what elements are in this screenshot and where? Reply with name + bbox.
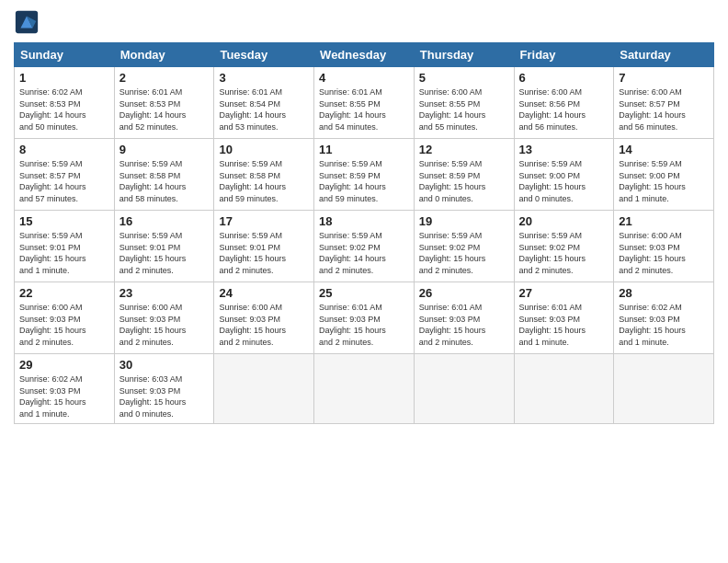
day-info: Sunrise: 6:00 AMSunset: 9:03 PMDaylight:… [19,302,109,348]
calendar-cell: 18Sunrise: 5:59 AMSunset: 9:02 PMDayligh… [314,211,415,282]
header [14,9,714,35]
calendar-table: SundayMondayTuesdayWednesdayThursdayFrid… [14,42,714,424]
calendar-cell: 6Sunrise: 6:00 AMSunset: 8:56 PMDaylight… [514,67,614,139]
day-number: 17 [219,214,309,228]
calendar-cell: 7Sunrise: 6:00 AMSunset: 8:57 PMDaylight… [614,67,714,139]
day-info: Sunrise: 6:00 AMSunset: 8:55 PMDaylight:… [419,86,509,132]
calendar-cell: 25Sunrise: 6:01 AMSunset: 9:03 PMDayligh… [314,282,415,354]
day-number: 28 [619,286,709,300]
weekday-header-tuesday: Tuesday [214,43,314,67]
calendar-cell: 13Sunrise: 5:59 AMSunset: 9:00 PMDayligh… [514,139,614,211]
calendar-cell: 10Sunrise: 5:59 AMSunset: 8:58 PMDayligh… [214,139,314,211]
calendar-cell: 14Sunrise: 5:59 AMSunset: 9:00 PMDayligh… [614,139,714,211]
day-number: 24 [219,286,309,300]
calendar-cell: 2Sunrise: 6:01 AMSunset: 8:53 PMDaylight… [114,67,214,139]
calendar-cell: 4Sunrise: 6:01 AMSunset: 8:55 PMDaylight… [314,67,415,139]
day-info: Sunrise: 5:59 AMSunset: 9:01 PMDaylight:… [119,230,210,276]
calendar-cell: 11Sunrise: 5:59 AMSunset: 8:59 PMDayligh… [314,139,415,211]
day-number: 16 [119,214,210,228]
day-info: Sunrise: 6:02 AMSunset: 9:03 PMDaylight:… [619,302,709,348]
logo-icon [14,9,40,35]
day-info: Sunrise: 5:59 AMSunset: 8:58 PMDaylight:… [219,158,309,204]
day-number: 9 [119,143,210,156]
calendar-cell: 27Sunrise: 6:01 AMSunset: 9:03 PMDayligh… [514,282,614,354]
calendar-cell [514,354,614,424]
day-number: 12 [419,143,509,156]
calendar-cell: 26Sunrise: 6:01 AMSunset: 9:03 PMDayligh… [414,282,514,354]
day-info: Sunrise: 6:02 AMSunset: 9:03 PMDaylight:… [19,373,109,419]
day-number: 20 [519,214,609,228]
day-info: Sunrise: 6:01 AMSunset: 8:54 PMDaylight:… [219,86,309,132]
calendar-cell [214,354,314,424]
day-info: Sunrise: 5:59 AMSunset: 8:58 PMDaylight:… [119,158,210,204]
day-number: 3 [219,71,309,85]
calendar-cell: 16Sunrise: 5:59 AMSunset: 9:01 PMDayligh… [114,211,214,282]
day-info: Sunrise: 6:00 AMSunset: 9:03 PMDaylight:… [119,302,210,348]
day-info: Sunrise: 5:59 AMSunset: 8:57 PMDaylight:… [19,158,109,204]
day-info: Sunrise: 6:01 AMSunset: 8:55 PMDaylight:… [319,86,409,132]
day-number: 13 [519,143,609,156]
weekday-header-wednesday: Wednesday [314,43,415,67]
day-number: 10 [219,143,309,156]
page: SundayMondayTuesdayWednesdayThursdayFrid… [0,0,728,563]
weekday-header-sunday: Sunday [15,43,115,67]
calendar-cell: 9Sunrise: 5:59 AMSunset: 8:58 PMDaylight… [114,139,214,211]
calendar-cell: 8Sunrise: 5:59 AMSunset: 8:57 PMDaylight… [15,139,115,211]
calendar-cell: 20Sunrise: 5:59 AMSunset: 9:02 PMDayligh… [514,211,614,282]
calendar-week-5: 29Sunrise: 6:02 AMSunset: 9:03 PMDayligh… [15,354,714,424]
day-info: Sunrise: 6:02 AMSunset: 8:53 PMDaylight:… [19,86,109,132]
weekday-header-monday: Monday [114,43,214,67]
day-number: 30 [119,358,210,372]
day-info: Sunrise: 5:59 AMSunset: 9:01 PMDaylight:… [19,230,109,276]
day-number: 21 [619,214,709,228]
logo [14,9,41,35]
weekday-header-thursday: Thursday [414,43,514,67]
day-info: Sunrise: 5:59 AMSunset: 9:02 PMDaylight:… [419,230,509,276]
calendar-cell: 21Sunrise: 6:00 AMSunset: 9:03 PMDayligh… [614,211,714,282]
calendar-week-1: 1Sunrise: 6:02 AMSunset: 8:53 PMDaylight… [15,67,714,139]
calendar-cell: 29Sunrise: 6:02 AMSunset: 9:03 PMDayligh… [15,354,115,424]
calendar-cell: 1Sunrise: 6:02 AMSunset: 8:53 PMDaylight… [15,67,115,139]
calendar-cell: 5Sunrise: 6:00 AMSunset: 8:55 PMDaylight… [414,67,514,139]
day-number: 6 [519,71,609,85]
day-info: Sunrise: 6:01 AMSunset: 8:53 PMDaylight:… [119,86,210,132]
weekday-header-friday: Friday [514,43,614,67]
day-info: Sunrise: 5:59 AMSunset: 9:02 PMDaylight:… [519,230,609,276]
calendar-cell: 17Sunrise: 5:59 AMSunset: 9:01 PMDayligh… [214,211,314,282]
calendar-week-4: 22Sunrise: 6:00 AMSunset: 9:03 PMDayligh… [15,282,714,354]
day-info: Sunrise: 5:59 AMSunset: 8:59 PMDaylight:… [419,158,509,204]
day-number: 18 [319,214,409,228]
day-number: 4 [319,71,409,85]
day-number: 1 [19,71,109,85]
calendar-cell [614,354,714,424]
day-info: Sunrise: 5:59 AMSunset: 9:01 PMDaylight:… [219,230,309,276]
day-number: 8 [19,143,109,156]
day-info: Sunrise: 6:00 AMSunset: 8:57 PMDaylight:… [619,86,709,132]
day-number: 26 [419,286,509,300]
calendar-week-2: 8Sunrise: 5:59 AMSunset: 8:57 PMDaylight… [15,139,714,211]
day-info: Sunrise: 6:00 AMSunset: 9:03 PMDaylight:… [619,230,709,276]
day-number: 14 [619,143,709,156]
day-info: Sunrise: 5:59 AMSunset: 9:00 PMDaylight:… [619,158,709,204]
calendar-cell [314,354,415,424]
day-number: 23 [119,286,210,300]
calendar-cell: 19Sunrise: 5:59 AMSunset: 9:02 PMDayligh… [414,211,514,282]
day-number: 11 [319,143,409,156]
calendar-week-3: 15Sunrise: 5:59 AMSunset: 9:01 PMDayligh… [15,211,714,282]
calendar-cell: 30Sunrise: 6:03 AMSunset: 9:03 PMDayligh… [114,354,214,424]
day-number: 15 [19,214,109,228]
day-number: 25 [319,286,409,300]
day-number: 19 [419,214,509,228]
day-number: 27 [519,286,609,300]
day-number: 29 [19,358,109,372]
calendar-cell: 12Sunrise: 5:59 AMSunset: 8:59 PMDayligh… [414,139,514,211]
day-number: 22 [19,286,109,300]
weekday-header-row: SundayMondayTuesdayWednesdayThursdayFrid… [15,43,714,67]
calendar-cell [414,354,514,424]
calendar-cell: 15Sunrise: 5:59 AMSunset: 9:01 PMDayligh… [15,211,115,282]
day-number: 2 [119,71,210,85]
weekday-header-saturday: Saturday [614,43,714,67]
day-info: Sunrise: 5:59 AMSunset: 9:02 PMDaylight:… [319,230,409,276]
day-number: 5 [419,71,509,85]
day-info: Sunrise: 5:59 AMSunset: 9:00 PMDaylight:… [519,158,609,204]
